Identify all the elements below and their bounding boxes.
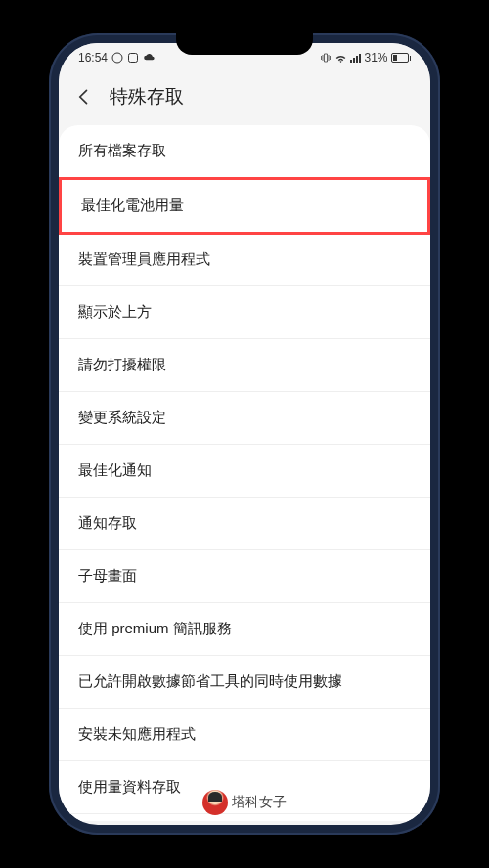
messenger-icon bbox=[111, 52, 123, 64]
back-button[interactable] bbox=[74, 87, 94, 107]
phone-frame: 16:54 bbox=[49, 33, 440, 835]
svg-point-0 bbox=[112, 53, 122, 63]
list-item-label: 使用量資料存取 bbox=[78, 778, 181, 795]
list-item[interactable]: 使用 premium 簡訊服務 bbox=[59, 603, 430, 656]
list-item-label: 使用 premium 簡訊服務 bbox=[78, 620, 232, 636]
status-left: 16:54 bbox=[78, 51, 156, 65]
list-item[interactable]: 請勿打擾權限 bbox=[59, 339, 430, 392]
watermark: 塔科女子 bbox=[202, 790, 287, 815]
signal-icon bbox=[350, 54, 361, 63]
notch bbox=[176, 33, 313, 55]
battery-icon bbox=[391, 53, 412, 63]
status-right: 31% bbox=[320, 51, 411, 65]
list-item-label: 所有檔案存取 bbox=[78, 142, 166, 158]
chevron-left-icon bbox=[74, 87, 94, 107]
list-item[interactable]: 子母畫面 bbox=[59, 550, 430, 603]
battery-percent: 31% bbox=[364, 51, 387, 65]
list-item[interactable]: 最佳化電池用量 bbox=[59, 177, 430, 235]
list-item-label: 請勿打擾權限 bbox=[78, 356, 166, 372]
list-item[interactable]: 所有檔案存取 bbox=[59, 125, 430, 178]
watermark-text: 塔科女子 bbox=[232, 794, 287, 811]
list-item-label: 裝置管理員應用程式 bbox=[78, 250, 210, 267]
list-item[interactable]: 已允許開啟數據節省工具的同時使用數據 bbox=[59, 656, 430, 709]
list-item-label: 子母畫面 bbox=[78, 567, 137, 584]
vibrate-icon bbox=[320, 52, 332, 64]
list-item[interactable]: 變更系統設定 bbox=[59, 392, 430, 445]
list-item[interactable]: 通知存取 bbox=[59, 498, 430, 550]
page-title: 特殊存取 bbox=[110, 84, 184, 109]
list-item[interactable]: 安裝未知應用程式 bbox=[59, 709, 430, 761]
svg-rect-1 bbox=[129, 54, 138, 63]
instagram-icon bbox=[127, 52, 139, 64]
list-item-label: 安裝未知應用程式 bbox=[78, 725, 196, 742]
list-item-label: 已允許開啟數據節省工具的同時使用數據 bbox=[78, 673, 342, 689]
cloud-icon bbox=[143, 52, 156, 64]
list-item-label: 最佳化電池用量 bbox=[81, 196, 184, 213]
list-item-label: 變更系統設定 bbox=[78, 409, 166, 425]
watermark-avatar-icon bbox=[202, 790, 228, 815]
phone-screen: 16:54 bbox=[59, 43, 430, 825]
list-item[interactable]: 裝置管理員應用程式 bbox=[59, 234, 430, 286]
list-item-label: 通知存取 bbox=[78, 514, 137, 531]
status-time: 16:54 bbox=[78, 51, 108, 65]
list-item-label: 顯示於上方 bbox=[78, 303, 152, 320]
list-item[interactable]: 最佳化通知 bbox=[59, 445, 430, 498]
wifi-icon bbox=[334, 53, 347, 63]
header: 特殊存取 bbox=[59, 72, 430, 125]
settings-list: 所有檔案存取最佳化電池用量裝置管理員應用程式顯示於上方請勿打擾權限變更系統設定最… bbox=[59, 125, 430, 821]
list-item[interactable]: 顯示於上方 bbox=[59, 286, 430, 339]
list-item-label: 最佳化通知 bbox=[78, 461, 152, 478]
